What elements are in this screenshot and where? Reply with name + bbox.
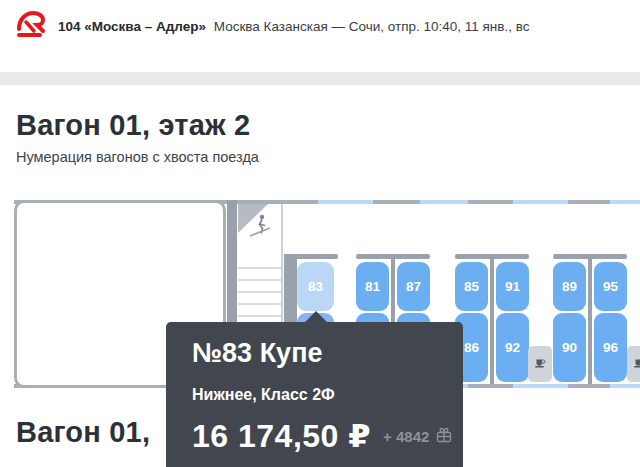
window (513, 200, 568, 204)
gift-icon (435, 426, 453, 447)
tooltip-seat-title: №83 Купе (192, 338, 463, 369)
window (513, 384, 568, 388)
seat-95[interactable]: 95 (594, 262, 627, 311)
compartment-divider (490, 254, 494, 384)
compartment-divider (588, 254, 592, 384)
service-area (528, 346, 552, 382)
person-descending-stairs-icon (248, 213, 272, 243)
tooltip-bonus: + 4842 (383, 426, 453, 447)
window (610, 384, 640, 388)
tooltip-seat-class: Нижнее, Класс 2Ф (192, 386, 463, 404)
seat-87[interactable]: 87 (397, 262, 430, 311)
seat-83[interactable]: 83 (297, 262, 334, 311)
page-subtitle: Нумерация вагонов с хвоста поезда (16, 149, 259, 165)
train-number-route: 104 «Москва – Адлер» (58, 19, 206, 34)
seat-tooltip: №83 Купе Нижнее, Класс 2Ф 16 174,50 ₽ + … (166, 322, 463, 467)
seat-96[interactable]: 96 (594, 313, 627, 382)
header-divider (0, 72, 640, 85)
window (420, 200, 468, 204)
seat-91[interactable]: 91 (496, 262, 529, 311)
seat-92[interactable]: 92 (496, 313, 529, 382)
train-route-details: Москва Казанская — Сочи, отпр. 10:40, 11… (214, 19, 530, 34)
seat-90[interactable]: 90 (553, 313, 586, 382)
seat-81[interactable]: 81 (356, 262, 389, 311)
train-header: 104 «Москва – Адлер» Москва Казанская — … (16, 10, 530, 42)
seat-89[interactable]: 89 (553, 262, 586, 311)
stairs (238, 257, 281, 320)
window (610, 200, 640, 204)
tooltip-price-row: 16 174,50 ₽ + 4842 (192, 417, 463, 455)
tooltip-arrow (305, 311, 327, 322)
next-section-title: Вагон 01, (16, 416, 150, 449)
coffee-cup-icon (533, 355, 547, 373)
service-area (627, 346, 640, 382)
window (318, 200, 373, 204)
rzd-logo-icon (16, 10, 46, 42)
train-summary: 104 «Москва – Адлер» Москва Казанская — … (58, 19, 530, 34)
coffee-cup-icon (632, 355, 640, 373)
tooltip-bonus-points: + 4842 (383, 428, 429, 445)
seat-map-page: 104 «Москва – Адлер» Москва Казанская — … (0, 0, 640, 467)
seat-85[interactable]: 85 (455, 262, 488, 311)
tooltip-price: 16 174,50 ₽ (192, 417, 371, 455)
page-title: Вагон 01, этаж 2 (16, 109, 250, 142)
